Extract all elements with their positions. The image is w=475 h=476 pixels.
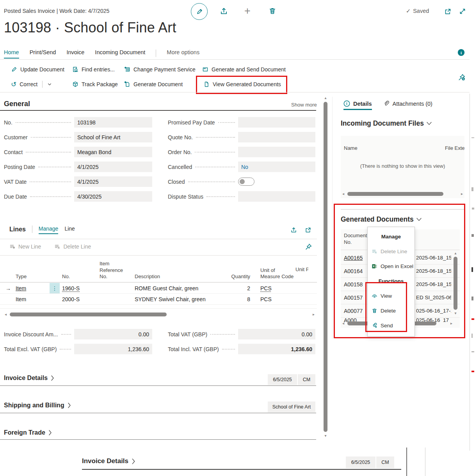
main-vertical-scrollbar[interactable]: ▴ ▾ xyxy=(322,96,329,443)
posting-date-field[interactable]: 4/1/2025 xyxy=(74,162,152,172)
menu-item-send[interactable]: Send xyxy=(368,318,415,333)
new-record-button[interactable]: + xyxy=(244,6,251,16)
scroll-left-arrow[interactable]: ◂ xyxy=(342,192,344,196)
action-generate-document[interactable]: Generate Document xyxy=(124,79,183,89)
tab-print-send[interactable]: Print/Send xyxy=(30,49,56,57)
delete-record-button[interactable] xyxy=(269,7,276,15)
col-file-extension[interactable]: File Extension xyxy=(445,145,464,151)
section-foreign-trade[interactable]: Foreign Trade xyxy=(4,429,52,436)
section-invoice-details[interactable]: Invoice Details xyxy=(4,375,54,382)
lines-popout-button[interactable] xyxy=(305,227,311,233)
order-no-field[interactable] xyxy=(238,147,315,157)
col-item-reference-no[interactable]: Item Reference No. xyxy=(100,261,135,282)
contact-field[interactable]: Meagan Bond xyxy=(74,147,152,157)
section-shipping-billing[interactable]: Shipping and Billing xyxy=(4,402,71,409)
lines-tab-manage[interactable]: Manage xyxy=(39,226,59,233)
divider xyxy=(0,239,317,239)
document-no-cell[interactable]: A00157 xyxy=(344,295,363,301)
document-no-link[interactable]: A00165 xyxy=(344,255,363,261)
row-options-button[interactable]: ⋮ xyxy=(50,283,60,293)
col-no[interactable]: No. xyxy=(60,274,100,282)
lines-horizontal-scrollbar[interactable]: ◂ ▸ xyxy=(5,312,315,317)
scroll-down-arrow[interactable]: ▾ xyxy=(454,311,456,315)
new-line-button[interactable]: New Line xyxy=(9,243,41,250)
factbox-tab-attachments[interactable]: Attachments (0) xyxy=(383,100,432,110)
incoming-files-horizontal-scrollbar[interactable]: ◂ ▸ xyxy=(342,191,463,196)
action-find-entries[interactable]: Find entries... xyxy=(72,64,115,75)
closed-toggle[interactable] xyxy=(238,178,254,186)
scroll-down-arrow[interactable]: ▾ xyxy=(324,434,326,438)
uom-link[interactable]: PCS xyxy=(260,285,272,291)
total-incl-vat-field[interactable]: 1,236.60 xyxy=(238,344,315,354)
action-change-payment-service[interactable]: Change Payment Service xyxy=(124,64,196,75)
lines-row-1[interactable]: → Item ⋮ 1960-S ROME Guest Chair, green … xyxy=(0,283,317,294)
generated-vertical-scrollbar[interactable]: ▴ ▾ xyxy=(453,251,458,320)
info-button[interactable]: i xyxy=(457,49,465,56)
scroll-right-arrow[interactable]: ▸ xyxy=(461,192,463,196)
tab-invoice[interactable]: Invoice xyxy=(66,49,84,57)
edit-button[interactable] xyxy=(191,3,208,20)
scroll-right-arrow[interactable]: ▸ xyxy=(450,321,452,325)
item-no-link[interactable]: 1960-S xyxy=(62,285,80,291)
lines-tab-line[interactable]: Line xyxy=(64,226,75,233)
col-description[interactable]: Description xyxy=(135,274,224,282)
action-label: View Generated Documents xyxy=(213,81,281,87)
quote-no-field[interactable] xyxy=(238,132,315,142)
menu-item-open-in-excel[interactable]: X Open in Excel xyxy=(368,259,415,274)
vat-date-field[interactable]: 4/1/2025 xyxy=(74,176,152,187)
open-in-new-window-button[interactable] xyxy=(444,8,452,15)
no-field[interactable]: 103198 xyxy=(74,117,152,128)
scrollbar-thumb[interactable] xyxy=(10,313,167,316)
total-vat-field[interactable]: 0.00 xyxy=(238,329,315,339)
menu-item-delete-line[interactable]: Delete Line xyxy=(368,244,415,259)
action-update-document[interactable]: Update Document xyxy=(11,64,64,75)
document-no-cell[interactable]: A00164 xyxy=(344,268,363,274)
lines-share-button[interactable] xyxy=(290,227,297,233)
scroll-left-arrow[interactable]: ◂ xyxy=(5,313,7,316)
delete-line-button[interactable]: Delete Line xyxy=(54,243,91,250)
cancelled-field[interactable]: No xyxy=(238,162,315,172)
document-no-cell[interactable]: A00077 xyxy=(344,308,363,314)
document-no-cell[interactable]: A00158 xyxy=(344,281,363,288)
customer-field[interactable]: School of Fine Art xyxy=(74,132,152,142)
invoice-discount-field[interactable]: 0.00 xyxy=(74,329,152,339)
bottom-fragment-invoice-details[interactable]: Invoice Details xyxy=(82,457,135,465)
lines-unpin-button[interactable] xyxy=(305,243,312,250)
action-correct[interactable]: ↺ Correct xyxy=(11,79,52,89)
action-track-package[interactable]: Track Package xyxy=(72,79,118,89)
show-more-link[interactable]: Show more xyxy=(291,102,317,108)
expand-page-button[interactable] xyxy=(459,8,466,15)
tab-incoming-document[interactable]: Incoming Document xyxy=(95,49,145,57)
factbox-tab-details[interactable]: Details xyxy=(343,100,372,110)
type-link[interactable]: Item xyxy=(16,285,26,291)
due-date-field[interactable]: 4/30/2025 xyxy=(74,191,152,202)
action-generate-and-send-document[interactable]: Generate and Send Document xyxy=(202,64,286,75)
chevron-down-icon[interactable] xyxy=(47,82,52,87)
scrollbar-thumb[interactable] xyxy=(454,257,457,310)
scrollbar-thumb[interactable] xyxy=(347,192,443,196)
menu-item-view[interactable]: View xyxy=(368,288,415,303)
tab-home[interactable]: Home xyxy=(4,49,19,57)
action-view-generated-documents[interactable]: View Generated Documents xyxy=(203,79,281,89)
share-button[interactable] xyxy=(220,7,228,15)
scroll-up-arrow[interactable]: ▴ xyxy=(324,96,326,100)
chevron-down-icon xyxy=(416,218,422,221)
col-name[interactable]: Name xyxy=(344,145,358,151)
dispute-status-field[interactable] xyxy=(238,191,315,202)
lines-row-2[interactable]: Item 2000-S SYDNEY Swivel Chair, green 8… xyxy=(0,294,317,305)
col-type[interactable]: Type xyxy=(16,274,50,282)
col-unit-of-measure-code[interactable]: Unit of Measure Code xyxy=(250,267,295,282)
incoming-document-files-header[interactable]: Incoming Document Files xyxy=(341,119,432,128)
unpin-actionbar-button[interactable] xyxy=(458,74,465,81)
promised-pay-date-field[interactable] xyxy=(238,117,315,128)
col-unit-price[interactable]: Unit Price xyxy=(295,266,308,282)
scroll-right-arrow[interactable]: ▸ xyxy=(313,313,315,316)
menu-item-delete[interactable]: Delete xyxy=(368,303,415,318)
total-excl-vat-field[interactable]: 1,236.60 xyxy=(74,344,152,354)
col-quantity[interactable]: Quantity xyxy=(224,274,250,282)
scroll-left-arrow[interactable]: ◂ xyxy=(342,321,344,325)
generated-documents-header[interactable]: Generated Documents xyxy=(341,215,422,224)
tab-more-options[interactable]: More options xyxy=(167,49,199,57)
scroll-up-arrow[interactable]: ▴ xyxy=(454,251,456,255)
scrollbar-thumb[interactable] xyxy=(324,102,327,432)
